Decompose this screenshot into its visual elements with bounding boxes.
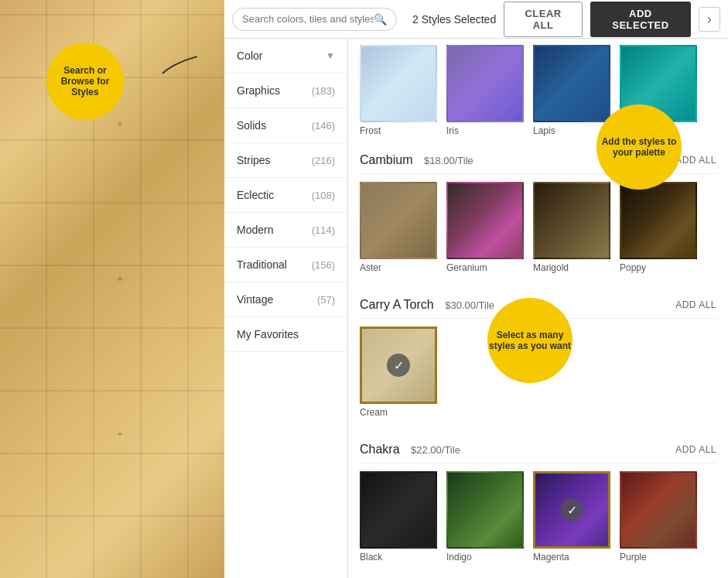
tile-image-aster <box>360 182 437 259</box>
tile-image-marigold <box>533 182 610 259</box>
tile-item-aster[interactable]: Aster <box>360 182 437 273</box>
tiles-grid-chakra-red: Red <box>360 570 716 578</box>
tile-label-cream: Cream <box>360 407 388 418</box>
styles-selected-label: 2 Styles Selected <box>412 13 496 26</box>
browse-tooltip: Search or Browse for Styles <box>46 43 124 120</box>
tile-label-marigold: Marigold <box>533 262 569 273</box>
tile-label-poppy: Poppy <box>620 262 646 273</box>
section-price-carry: $30.00/Tile <box>445 299 494 311</box>
tile-check-magenta: ✓ <box>560 498 583 522</box>
right-panel: 🔍 2 Styles Selected CLEAR ALL ADD SELECT… <box>224 0 728 578</box>
add-all-link-carry[interactable]: ADD ALL <box>675 299 716 310</box>
next-arrow-button[interactable]: › <box>699 7 720 32</box>
sidebar-nav: Color ▼ Graphics (183) Solids (146) Stri… <box>224 39 348 578</box>
select-tooltip: Select as many styles as you want <box>487 298 572 383</box>
tile-image-black <box>360 471 437 549</box>
tile-image-purple <box>620 471 697 549</box>
tile-item-geranium[interactable]: Geranium <box>446 182 524 273</box>
section-chakra: Chakra $22.00/Tile ADD ALL Black Indigo <box>360 433 716 578</box>
sidebar-item-graphics[interactable]: Graphics (183) <box>224 74 347 108</box>
add-tooltip: Add the styles to your palette <box>596 104 682 190</box>
tile-label-iris: Iris <box>446 125 459 136</box>
tile-image-geranium <box>446 182 524 259</box>
sidebar-item-modern[interactable]: Modern (114) <box>224 213 347 248</box>
section-title-carry: Carry A Torch <box>360 298 434 311</box>
content-area: Color ▼ Graphics (183) Solids (146) Stri… <box>224 39 728 578</box>
floor-cross-1: + <box>117 118 123 130</box>
tile-image-iris <box>446 45 524 122</box>
sidebar-item-eclectic[interactable]: Eclectic (108) <box>224 178 347 213</box>
tile-label-purple: Purple <box>620 552 647 563</box>
tile-item-lapis[interactable]: Lapis <box>533 45 610 136</box>
add-all-link-cambium[interactable]: ADD ALL <box>675 155 716 166</box>
sidebar-item-my-favorites[interactable]: My Favorites <box>224 317 347 352</box>
sidebar-item-color[interactable]: Color ▼ <box>224 39 347 74</box>
tile-label-aster: Aster <box>360 262 381 273</box>
sidebar-item-stripes[interactable]: Stripes (216) <box>224 143 347 178</box>
tiles-grid-cambium: Aster Geranium Marigold Poppy <box>360 174 716 281</box>
section-header-chakra: Chakra $22.00/Tile ADD ALL <box>360 433 716 463</box>
tile-label-black: Black <box>360 552 382 563</box>
tile-item-indigo[interactable]: Indigo <box>446 471 524 563</box>
search-icon[interactable]: 🔍 <box>374 13 387 26</box>
section-title-chakra: Chakra <box>360 443 400 456</box>
tile-label-indigo: Indigo <box>446 552 472 563</box>
tile-image-frost <box>360 45 437 122</box>
tile-item-frost[interactable]: Frost <box>360 45 437 136</box>
section-price-chakra: $22.00/Tile <box>411 444 460 456</box>
tile-item-marigold[interactable]: Marigold <box>533 182 610 273</box>
tiles-grid-chakra: Black Indigo ✓ Magenta <box>360 463 716 570</box>
tile-label-geranium: Geranium <box>446 262 487 273</box>
floor-panel: + + + Search or Browse for Styles <box>0 0 224 578</box>
tile-image-indigo <box>446 471 524 549</box>
tile-item-purple[interactable]: Purple <box>620 471 697 563</box>
search-input[interactable] <box>242 13 374 25</box>
tile-item-iris[interactable]: Iris <box>446 45 524 136</box>
search-bar[interactable]: 🔍 <box>232 8 397 31</box>
floor-cross-3: + <box>117 427 123 439</box>
toolbar: 🔍 2 Styles Selected CLEAR ALL ADD SELECT… <box>224 0 728 39</box>
tile-image-poppy <box>620 182 697 259</box>
tile-label-lapis: Lapis <box>533 125 555 136</box>
tile-item-black[interactable]: Black <box>360 471 437 563</box>
tile-item-cream[interactable]: ✓ Cream <box>360 327 437 418</box>
sidebar-item-traditional[interactable]: Traditional (156) <box>224 248 347 282</box>
add-all-link-chakra[interactable]: ADD ALL <box>675 444 716 455</box>
tile-image-cream: ✓ <box>360 327 437 404</box>
tile-check-cream: ✓ <box>387 354 410 377</box>
chevron-down-icon: ▼ <box>326 50 335 61</box>
section-title-cambium: Cambium <box>360 153 412 166</box>
sidebar-item-vintage[interactable]: Vintage (57) <box>224 282 347 317</box>
add-selected-button[interactable]: ADD SELECTED <box>590 2 691 37</box>
main-container: + + + Search or Browse for Styles 🔍 2 St… <box>0 0 728 578</box>
tile-image-lapis <box>533 45 610 122</box>
floor-cross-2: + <box>117 272 123 285</box>
tile-image-magenta: ✓ <box>533 471 610 549</box>
clear-all-button[interactable]: CLEAR ALL <box>504 2 583 37</box>
tile-item-magenta[interactable]: ✓ Magenta <box>533 471 610 563</box>
tile-item-poppy[interactable]: Poppy <box>620 182 697 273</box>
tile-label-magenta: Magenta <box>533 552 569 563</box>
section-price-cambium: $18.00/Tile <box>424 155 473 166</box>
sidebar-item-solids[interactable]: Solids (146) <box>224 108 347 143</box>
tile-label-frost: Frost <box>360 125 381 136</box>
tiles-area[interactable]: Add the styles to your palette Select as… <box>348 39 728 578</box>
